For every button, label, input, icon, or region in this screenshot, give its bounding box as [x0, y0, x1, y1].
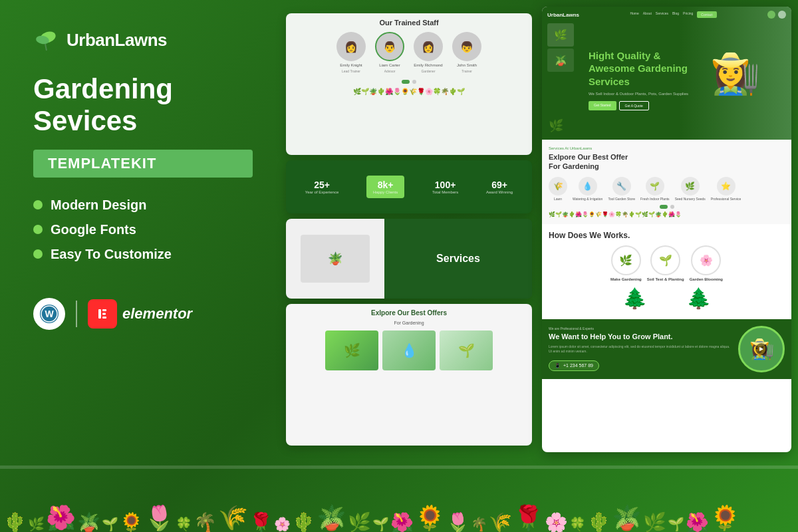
step-label-2: Soil Test & Planting [647, 277, 684, 281]
services-inner: 🪴 Services [286, 219, 532, 299]
features-list: Modern Design Google Fonts Easy To Custo… [33, 198, 253, 271]
main-container: UrbanLawns Gardening Sevices TEMPLATEKIT… [0, 0, 798, 532]
icon-circle-5: 🌿 [681, 177, 700, 196]
staff-avatar-1: 👩 Emily Knight Lead Trainer [334, 32, 368, 73]
step-label-1: Make Gardening [610, 277, 642, 281]
right-how-section: How Does We Works. 🌿 Make Gardening 🌱 So… [542, 224, 791, 319]
plant-27: 🌿 [643, 513, 666, 532]
right-offers-section: Services At UrbanLawns Exlpore Our Best … [542, 140, 791, 224]
hero-side-images: 🌿 🪴 [547, 23, 574, 72]
tree-decoration: 🌲 🌲 [549, 287, 785, 310]
nav-link-about: About [643, 11, 652, 18]
phone-badge[interactable]: 📱 +1 234 567 89 [549, 360, 599, 371]
icon-label-1: Lawn [554, 197, 562, 201]
plant-28: 🌱 [668, 516, 684, 532]
icon-label-4: Fresh Indoor Plants [640, 197, 670, 201]
feature-item-customize: Easy To Customize [33, 247, 253, 262]
expert-label: We are Professional & Experts [549, 327, 733, 331]
icon-circle-6: ⭐ [717, 177, 735, 196]
offers-icon-6: ⭐ Professional Service [711, 177, 741, 201]
avatar-face-4: 👦 [460, 41, 473, 53]
main-title: Gardening Sevices [33, 73, 253, 138]
expert-image: 👩‍🌾 ▶ [738, 326, 785, 372]
plant-9: 🌴 [194, 513, 217, 532]
avatar-face-3: 👩 [422, 41, 435, 53]
staff-screenshot-inner: Our Trained Staff 👩 Emily Knight Lead Tr… [286, 13, 532, 155]
plant-19: 🌷 [446, 513, 469, 532]
hero-get-started-btn[interactable]: Get Started [589, 101, 616, 110]
divider [76, 301, 77, 327]
stat-awards: 69+ Award Winning [486, 180, 513, 194]
stat-label-3: Total Members [432, 190, 458, 194]
nav-link-services: Services [656, 11, 668, 18]
stat-experience: 25+ Year of Experience [305, 180, 338, 194]
stat-clients: 8k+ Happy Clients [366, 176, 404, 198]
services-screenshot: 🪴 Services [286, 219, 532, 299]
play-button[interactable]: ▶ [755, 343, 767, 355]
right-screenshot: UrbanLawns Home About Services Blog Pric… [542, 7, 791, 452]
offers-grid: 🌿 💧 🌱 [291, 331, 527, 370]
step-3: 🌸 Garden Blooming [690, 245, 723, 281]
offers-icon-3: 🔧 Tool Garden Store [608, 177, 635, 201]
avatar-name-4: John Smith [457, 63, 477, 67]
offers-plants-strip: 🌿🌱🪴🌵🌺🌷🌻🌾🌹🌸🍀🌴🌵🌱🌿🌱🪴🌵🌺🌷 [549, 211, 785, 217]
expert-description: Lorem ipsum dolor sit amet, consectetur … [549, 344, 733, 354]
phone-icon: 📱 [555, 363, 561, 368]
stat-num-4: 69+ [486, 180, 513, 190]
logo-text: UrbanLawns [66, 30, 167, 51]
stats-screenshot: 25+ Year of Experience 8k+ Happy Clients… [286, 160, 532, 213]
icon-circle-1: 🌾 [549, 177, 567, 196]
icon-circle-4: 🌱 [646, 177, 664, 196]
offer-item-1: 🌿 [325, 331, 378, 370]
offers-icon-5: 🌿 Seed Nursery Seeds [675, 177, 706, 201]
offers-icon-2: 💧 Watering & Irrigation [573, 177, 602, 201]
plant-17: 🌺 [390, 513, 414, 532]
svg-text:W: W [45, 309, 54, 319]
avatar-role-2: Advisor [384, 69, 396, 73]
step-2: 🌱 Soil Test & Planting [647, 245, 684, 281]
avatar-name-3: Emily Richmond [414, 63, 442, 67]
nav-dot-active [402, 80, 410, 84]
feature-label-2: Google Fonts [51, 222, 136, 237]
phone-number: +1 234 567 89 [563, 363, 593, 368]
logo-area: UrbanLawns [33, 27, 253, 53]
plant-18: 🌻 [415, 504, 445, 532]
offers-dot-inactive [670, 205, 674, 209]
stats-row: 25+ Year of Experience 8k+ Happy Clients… [286, 160, 532, 213]
offers-section-title: Exlpore Our Best Offer For Gardening [549, 152, 785, 172]
svg-rect-8 [102, 309, 106, 311]
plant-11: 🌹 [249, 513, 273, 532]
offers-icon-1: 🌾 Lawn [549, 177, 567, 201]
stat-num-2: 8k+ [373, 180, 398, 190]
plant-24: 🍀 [569, 516, 586, 532]
plant-22: 🌹 [513, 504, 543, 532]
staff-avatar-4: 👦 John Smith Trainer [450, 32, 483, 73]
offers-dot-active [660, 205, 668, 209]
plant-20: 🌴 [471, 516, 487, 532]
services-title-right: Services [384, 219, 532, 299]
how-title: How Does We Works. [549, 231, 785, 240]
offers-section-label: Services At UrbanLawns [549, 146, 785, 150]
logo-leaf-icon [33, 27, 60, 53]
offer-item-2: 💧 [382, 331, 436, 370]
stat-label-2: Happy Clients [373, 190, 398, 194]
avatar-circle-4: 👦 [452, 32, 481, 61]
staff-avatars: 👩 Emily Knight Lead Trainer 👨 Liam Carte… [291, 32, 527, 73]
feature-item-modern-design: Modern Design [33, 198, 253, 213]
avatar-role-4: Trainer [462, 69, 472, 73]
plant-25: 🌵 [587, 513, 610, 532]
nav-link-blog: Blog [672, 11, 679, 18]
icon-circle-2: 💧 [579, 177, 597, 196]
plant-8: 🍀 [176, 516, 192, 532]
plant-29: 🌺 [686, 513, 709, 532]
offers-icon-4: 🌱 Fresh Indoor Plants [640, 177, 670, 201]
plant-3: 🌺 [46, 504, 76, 532]
step-circle-3: 🌸 [691, 245, 721, 275]
hero-side-img-1: 🌿 [547, 23, 574, 47]
hero-get-quote-btn[interactable]: Get A Quote [619, 101, 649, 110]
avatar-name-2: Liam Carter [379, 63, 400, 67]
offers-screenshot: Exlpore Our Best Offers For Gardening 🌿 … [286, 304, 532, 446]
offers-subtitle: For Gardening [291, 321, 527, 325]
staff-screenshot: Our Trained Staff 👩 Emily Knight Lead Tr… [286, 13, 532, 155]
staff-title: Our Trained Staff [291, 19, 527, 27]
